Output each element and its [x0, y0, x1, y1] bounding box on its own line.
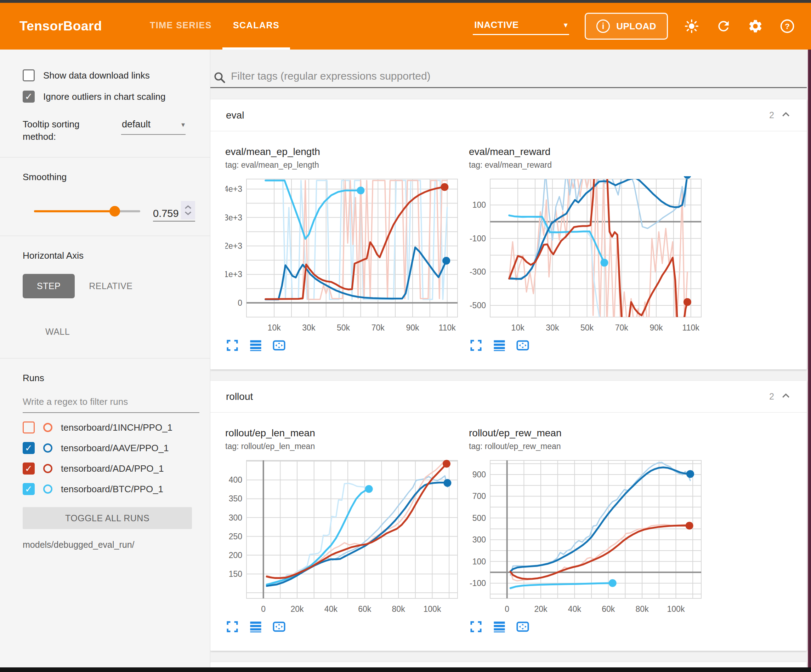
main-panel: eval 2 eval/mean_ep_lengthtag: eval/mean…: [210, 49, 811, 667]
smoothing-slider-thumb[interactable]: [109, 206, 120, 217]
svg-text:200: 200: [229, 551, 242, 560]
expand-chart-icon[interactable]: [469, 338, 483, 352]
svg-text:10k: 10k: [268, 323, 281, 332]
svg-text:500: 500: [472, 513, 486, 523]
svg-text:110k: 110k: [439, 323, 456, 332]
svg-text:20k: 20k: [290, 604, 304, 614]
sidebar-checkbox-row[interactable]: Show data download links: [23, 69, 199, 81]
checkbox-checked-icon[interactable]: ✓: [23, 91, 35, 103]
chevron-up-icon[interactable]: [780, 391, 791, 403]
chart-title: rollout/ep_rew_mean: [469, 427, 713, 439]
smoothing-label: Smoothing: [23, 172, 199, 183]
tag-filter-input[interactable]: [231, 68, 807, 87]
checkbox-label: Ignore outliers in chart scaling: [43, 91, 165, 102]
run-checkbox-checked-icon[interactable]: ✓: [23, 462, 35, 474]
sidebar: Show data download links✓Ignore outliers…: [0, 49, 210, 667]
main-tabs: TIME SERIES SCALARS: [139, 3, 290, 49]
runs-filter-input[interactable]: [23, 393, 199, 413]
divider: [0, 236, 210, 236]
chart-plot[interactable]: 10k30k50k70k90k110k100-100-300-500: [469, 176, 703, 333]
run-color-circle-icon[interactable]: [43, 484, 53, 494]
upload-button-label: UPLOAD: [616, 21, 656, 32]
section-count: 2: [769, 391, 774, 402]
svg-text:100: 100: [472, 557, 486, 566]
upload-button[interactable]: i UPLOAD: [585, 13, 668, 40]
svg-text:?: ?: [785, 22, 790, 31]
tooltip-sorting-dropdown[interactable]: default ▾: [121, 118, 186, 135]
run-row[interactable]: ✓tensorboard/BTC/PPO_1: [23, 483, 199, 495]
chart-title: rollout/ep_len_mean: [225, 427, 469, 439]
fit-domain-icon[interactable]: [272, 338, 286, 352]
brightness-icon[interactable]: [684, 18, 700, 34]
fit-domain-icon[interactable]: [516, 338, 530, 352]
svg-text:100k: 100k: [667, 604, 685, 614]
svg-text:900: 900: [472, 470, 486, 479]
svg-text:100: 100: [472, 200, 486, 210]
run-color-circle-icon[interactable]: [43, 464, 53, 473]
expand-chart-icon[interactable]: [469, 620, 483, 634]
run-checkbox-checked-icon[interactable]: ✓: [23, 483, 35, 495]
smoothing-value: 0.759: [153, 208, 179, 219]
runs-directory-path: models/debugged_eval_run/: [23, 540, 199, 550]
fit-domain-icon[interactable]: [516, 620, 530, 634]
svg-text:-100: -100: [470, 579, 486, 588]
svg-text:70k: 70k: [372, 323, 385, 332]
tab-scalars[interactable]: SCALARS: [222, 3, 290, 49]
refresh-icon[interactable]: [715, 18, 732, 34]
settings-gear-icon[interactable]: [747, 18, 763, 34]
runs-table-icon[interactable]: [492, 620, 506, 634]
divider: [0, 157, 210, 157]
svg-text:30k: 30k: [302, 323, 316, 332]
run-name: tensorboard/AAVE/PPO_1: [61, 443, 169, 454]
svg-text:90k: 90k: [650, 323, 663, 332]
runs-label: Runs: [23, 372, 199, 384]
chevron-up-icon[interactable]: [780, 109, 791, 121]
runs-table-icon[interactable]: [249, 338, 263, 352]
axis-button-relative[interactable]: RELATIVE: [75, 274, 147, 298]
smoothing-slider[interactable]: [34, 210, 140, 212]
run-name: tensorboard/ADA/PPO_1: [61, 463, 164, 474]
expand-chart-icon[interactable]: [225, 338, 239, 352]
checkbox-unchecked-icon[interactable]: [23, 69, 35, 81]
smoothing-slider-fill: [34, 210, 115, 212]
svg-text:90k: 90k: [406, 323, 419, 332]
svg-text:80k: 80k: [392, 604, 406, 614]
svg-text:70k: 70k: [615, 323, 629, 332]
svg-text:-500: -500: [470, 301, 486, 310]
sidebar-checkbox-row[interactable]: ✓Ignore outliers in chart scaling: [23, 91, 199, 103]
runs-table-icon[interactable]: [249, 620, 263, 634]
run-checkbox-unchecked-icon[interactable]: [23, 421, 35, 433]
checkbox-label: Show data download links: [43, 70, 150, 81]
status-dropdown-value: INACTIVE: [474, 19, 519, 30]
chart-plot[interactable]: 020k40k60k80k100k150200250300350400: [225, 457, 460, 614]
axis-button-step[interactable]: STEP: [23, 274, 75, 298]
chart-plot[interactable]: 10k30k50k70k90k110k01e+32e+33e+34e+3: [225, 176, 460, 333]
section-header-eval[interactable]: eval 2: [210, 100, 807, 131]
section-title: rollout: [226, 391, 253, 402]
run-color-circle-icon[interactable]: [43, 423, 53, 432]
chart-plot[interactable]: 020k40k60k80k100k-100100300500700900: [469, 457, 703, 614]
run-row[interactable]: ✓tensorboard/AAVE/PPO_1: [23, 442, 199, 454]
tooltip-sorting-value: default: [122, 119, 151, 130]
scrollbar[interactable]: [808, 49, 811, 667]
tab-time-series[interactable]: TIME SERIES: [139, 3, 222, 49]
toggle-all-runs-button[interactable]: TOGGLE ALL RUNS: [23, 507, 192, 529]
run-row[interactable]: ✓tensorboard/ADA/PPO_1: [23, 462, 199, 474]
chart-title: eval/mean_reward: [469, 146, 713, 157]
run-row[interactable]: tensorboard/1INCH/PPO_1: [23, 421, 199, 433]
run-checkbox-checked-icon[interactable]: ✓: [23, 442, 35, 454]
fit-domain-icon[interactable]: [272, 620, 286, 634]
section-header-time[interactable]: time: [210, 662, 807, 667]
run-name: tensorboard/1INCH/PPO_1: [61, 422, 173, 433]
section-card-rollout: rollout 2 rollout/ep_len_meantag: rollou…: [210, 381, 807, 651]
axis-button-wall[interactable]: WALL: [31, 320, 84, 344]
expand-chart-icon[interactable]: [225, 620, 239, 634]
svg-text:110k: 110k: [682, 323, 700, 332]
section-header-rollout[interactable]: rollout 2: [210, 381, 807, 413]
help-icon[interactable]: ?: [779, 18, 796, 34]
status-dropdown[interactable]: INACTIVE ▾: [473, 17, 569, 35]
run-color-circle-icon[interactable]: [43, 443, 53, 453]
smoothing-stepper[interactable]: [181, 201, 195, 219]
svg-text:2e+3: 2e+3: [225, 241, 242, 251]
runs-table-icon[interactable]: [492, 338, 506, 352]
